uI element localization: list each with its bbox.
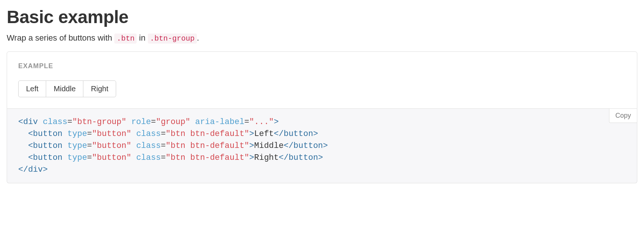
intro-text-before: Wrap a series of buttons with [7,33,114,42]
intro-text-mid: in [137,33,147,42]
intro-text-after: . [197,33,199,42]
section-heading: Basic example [7,7,637,27]
inline-code-btn: .btn [114,34,137,44]
code-panel: Copy <div class="btn-group" role="group"… [7,109,637,183]
left-button[interactable]: Left [18,80,46,97]
example-box: EXAMPLE Left Middle Right [7,51,637,109]
middle-button[interactable]: Middle [46,80,83,97]
intro-paragraph: Wrap a series of buttons with .btn in .b… [7,32,637,44]
copy-button[interactable]: Copy [609,109,637,123]
inline-code-btn-group: .btn-group [148,34,197,44]
code-block: <div class="btn-group" role="group" aria… [18,116,626,175]
right-button[interactable]: Right [83,80,116,97]
button-group: Left Middle Right [18,80,116,97]
example-label: EXAMPLE [18,62,626,70]
